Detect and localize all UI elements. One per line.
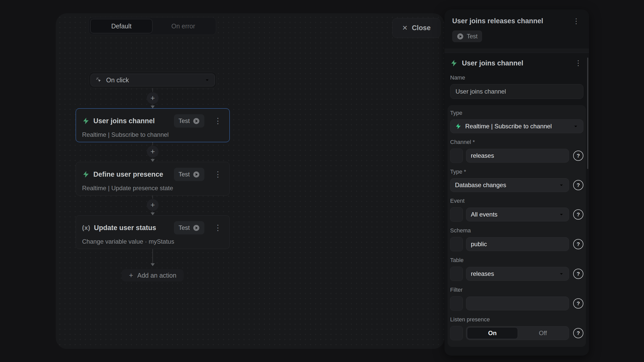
- node-test-button[interactable]: Test: [174, 221, 204, 234]
- bind-icon: [453, 153, 460, 159]
- test-label: Test: [179, 117, 190, 125]
- filter-input[interactable]: [471, 300, 564, 307]
- action-node-update-user-status[interactable]: (x) Update user status Test ⋮ Change var…: [76, 215, 230, 249]
- node-menu-button[interactable]: ⋮: [213, 116, 223, 126]
- bind-button[interactable]: [450, 296, 463, 311]
- type-select[interactable]: Realtime | Subscribe to channel: [450, 119, 583, 133]
- tab-on-error[interactable]: On error: [152, 19, 214, 33]
- close-button[interactable]: ✕ Close: [392, 18, 440, 38]
- action-node-define-user-presence[interactable]: Define user presence Test ⋮ Realtime | U…: [76, 162, 230, 196]
- bind-icon: [453, 211, 460, 218]
- toggle-on[interactable]: On: [467, 327, 518, 339]
- panel-menu-button[interactable]: ⋮: [571, 17, 581, 25]
- realtime-type-select[interactable]: Database changes: [450, 178, 569, 192]
- chevron-down-icon: [204, 77, 210, 83]
- schema-input[interactable]: [471, 241, 564, 248]
- bind-button[interactable]: [450, 149, 463, 163]
- field-label: Schema: [450, 227, 583, 234]
- trigger-label: On click: [106, 76, 129, 84]
- help-icon[interactable]: ?: [573, 151, 583, 161]
- play-circle-icon: [193, 171, 200, 178]
- help-icon[interactable]: ?: [573, 269, 583, 279]
- bind-button[interactable]: [450, 267, 463, 281]
- listen-presence-toggle: On Off: [466, 326, 569, 340]
- settings-card: Type Realtime | Subscribe to channel Cha…: [448, 105, 586, 347]
- action-node-user-joins-channel[interactable]: User joins channel Test ⋮ Realtime | Sub…: [76, 108, 230, 142]
- panel-header: User joins releases channel ⋮ Test: [445, 9, 589, 49]
- node-menu-button[interactable]: ⋮: [213, 169, 223, 179]
- test-label: Test: [179, 224, 190, 231]
- chevron-down-icon: [559, 271, 564, 277]
- chevron-down-icon: [559, 182, 564, 188]
- event-select[interactable]: All events: [466, 208, 569, 221]
- toggle-off[interactable]: Off: [518, 327, 568, 339]
- panel-content: User joins channel ⋮ Name Type Realtime …: [445, 53, 589, 349]
- table-select[interactable]: releases: [466, 267, 569, 281]
- bind-button[interactable]: [450, 237, 463, 251]
- arrow-down-icon: [151, 212, 155, 215]
- field-label: Filter: [450, 287, 583, 293]
- bind-icon: [453, 241, 460, 247]
- name-field: Name: [448, 74, 586, 99]
- node-test-button[interactable]: Test: [174, 114, 204, 128]
- node-test-button[interactable]: Test: [174, 168, 204, 181]
- field-table: Table releases ?: [450, 257, 583, 281]
- bind-icon: [453, 300, 460, 307]
- plus-icon: +: [129, 272, 133, 279]
- help-icon[interactable]: ?: [573, 239, 583, 249]
- help-icon[interactable]: ?: [573, 180, 583, 190]
- field-label: Type: [450, 110, 583, 116]
- close-icon: ✕: [402, 24, 408, 32]
- bind-button[interactable]: [450, 207, 463, 222]
- workflow-column: On click + User joins channel Test: [76, 72, 230, 281]
- channel-input[interactable]: [471, 152, 564, 159]
- field-schema: Schema ?: [450, 227, 583, 251]
- select-value: Realtime | Subscribe to channel: [465, 123, 569, 130]
- select-value: releases: [471, 270, 555, 277]
- variable-icon: (x): [82, 224, 90, 231]
- name-input[interactable]: [450, 84, 583, 99]
- add-action-button[interactable]: + Add an action: [122, 269, 184, 281]
- section-header: User joins channel ⋮: [448, 59, 586, 67]
- help-icon[interactable]: ?: [573, 298, 583, 309]
- insert-action-button[interactable]: +: [147, 199, 159, 211]
- bolt-icon: [455, 123, 462, 130]
- bolt-icon: [82, 171, 90, 178]
- help-icon[interactable]: ?: [573, 328, 583, 338]
- channel-input-wrap: [466, 149, 569, 163]
- section-menu-button[interactable]: ⋮: [573, 59, 583, 67]
- panel-test-button[interactable]: Test: [452, 30, 482, 42]
- add-action-label: Add an action: [137, 272, 176, 279]
- bind-button[interactable]: [450, 326, 463, 340]
- panel-divider: [445, 49, 589, 53]
- insert-action-button[interactable]: +: [147, 146, 159, 157]
- trigger-select[interactable]: On click: [91, 74, 215, 86]
- chevron-down-icon: [559, 212, 564, 217]
- action-settings-panel: User joins releases channel ⋮ Test User …: [445, 9, 589, 356]
- arrow-down-icon: [151, 263, 155, 266]
- connector: +: [147, 196, 159, 215]
- play-circle-icon: [193, 118, 200, 125]
- field-label: Table: [450, 257, 583, 264]
- close-label: Close: [412, 24, 431, 32]
- connector: [151, 249, 155, 266]
- workflow-editor: Default On error ✕ Close On click +: [0, 0, 644, 362]
- schema-input-wrap: [466, 237, 569, 251]
- chevron-down-icon: [573, 123, 579, 129]
- select-value: Database changes: [455, 182, 555, 189]
- arrow-down-icon: [151, 159, 155, 162]
- panel-title: User joins releases channel: [452, 17, 543, 25]
- trigger-select-wrap: On click: [89, 72, 217, 88]
- play-circle-icon: [193, 224, 200, 231]
- workflow-canvas[interactable]: Default On error ✕ Close On click +: [56, 13, 445, 349]
- node-title: Define user presence: [93, 171, 163, 178]
- field-label: Channel *: [450, 139, 583, 145]
- help-icon[interactable]: ?: [573, 209, 583, 220]
- node-menu-button[interactable]: ⋮: [213, 223, 223, 233]
- insert-action-button[interactable]: +: [147, 92, 159, 104]
- node-subtitle: Realtime | Update presence state: [82, 185, 223, 192]
- panel-scrollbar[interactable]: [587, 58, 588, 169]
- branch-tabs: Default On error: [88, 17, 216, 35]
- field-type: Type Realtime | Subscribe to channel: [450, 110, 583, 133]
- tab-default[interactable]: Default: [90, 19, 152, 33]
